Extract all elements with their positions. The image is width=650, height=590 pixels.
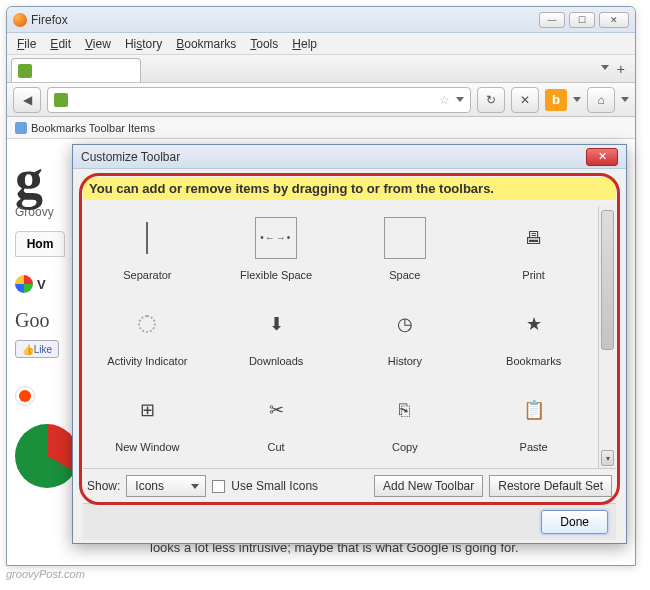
- item-label: Cut: [268, 441, 285, 453]
- item-history[interactable]: ◷ History: [341, 292, 470, 378]
- activity-indicator-icon: [126, 303, 168, 345]
- history-icon: ◷: [384, 303, 426, 345]
- toolbar-item-grid: Separator Flexible Space Space 🖶 Print A…: [83, 206, 598, 468]
- tabstrip: +: [7, 55, 635, 83]
- item-label: Space: [389, 269, 420, 281]
- item-label: Print: [522, 269, 545, 281]
- item-separator[interactable]: Separator: [83, 206, 212, 292]
- tablist-dropdown-icon[interactable]: [601, 65, 609, 70]
- scrollbar-thumb[interactable]: [601, 210, 614, 350]
- toolbar-overflow-icon[interactable]: [621, 97, 629, 102]
- maximize-button[interactable]: ☐: [569, 12, 595, 28]
- chrome-logo-icon: [15, 424, 79, 488]
- item-copy[interactable]: ⎘ Copy: [341, 378, 470, 464]
- show-select-value: Icons: [135, 479, 164, 493]
- menu-view[interactable]: View: [79, 35, 117, 53]
- show-label: Show:: [87, 479, 120, 493]
- watermark: groovyPost.com: [6, 568, 85, 580]
- menu-history[interactable]: History: [119, 35, 168, 53]
- site-icon: [18, 64, 32, 78]
- small-icons-label: Use Small Icons: [231, 479, 318, 493]
- reload-button[interactable]: ↻: [477, 87, 505, 113]
- stop-button[interactable]: ✕: [511, 87, 539, 113]
- dialog-body: You can add or remove items by dragging …: [73, 169, 626, 543]
- dialog-footer: Done: [83, 503, 616, 540]
- item-label: Downloads: [249, 355, 303, 367]
- customize-toolbar-dialog: Customize Toolbar ✕ You can add or remov…: [72, 144, 627, 544]
- restore-default-button[interactable]: Restore Default Set: [489, 475, 612, 497]
- search-engine-icon[interactable]: b: [545, 89, 567, 111]
- bookmarks-toolbar: Bookmarks Toolbar Items: [7, 117, 635, 139]
- nav-toolbar: ◀ ☆ ↻ ✕ b ⌂: [7, 83, 635, 117]
- item-label: Separator: [123, 269, 171, 281]
- print-icon: 🖶: [513, 217, 555, 259]
- dialog-close-button[interactable]: ✕: [586, 148, 618, 166]
- dialog-options-row: Show: Icons Use Small Icons Add New Tool…: [83, 468, 616, 503]
- windows7-icon: [15, 275, 33, 293]
- item-label: Bookmarks: [506, 355, 561, 367]
- home-button[interactable]: ⌂: [587, 87, 615, 113]
- win7-label: V: [37, 277, 46, 292]
- reddit-icon[interactable]: [15, 386, 35, 406]
- flexible-space-icon: [255, 217, 297, 259]
- menubar: File Edit View History Bookmarks Tools H…: [7, 33, 635, 55]
- menu-file[interactable]: File: [11, 35, 42, 53]
- firefox-icon: [13, 13, 27, 27]
- item-print[interactable]: 🖶 Print: [469, 206, 598, 292]
- nav-home-tab[interactable]: Hom: [15, 231, 65, 257]
- menu-edit[interactable]: Edit: [44, 35, 77, 53]
- window-controls: — ☐ ✕: [539, 12, 629, 28]
- urlbar-site-icon: [54, 93, 68, 107]
- new-tab-button[interactable]: +: [617, 61, 625, 77]
- bookmarks-toolbar-icon: [15, 122, 27, 134]
- dialog-instruction: You can add or remove items by dragging …: [83, 177, 616, 200]
- minimize-button[interactable]: —: [539, 12, 565, 28]
- item-activity-indicator[interactable]: Activity Indicator: [83, 292, 212, 378]
- bookmarks-icon: ★: [513, 303, 555, 345]
- bookmarks-toolbar-label: Bookmarks Toolbar Items: [31, 122, 155, 134]
- new-window-icon: ⊞: [126, 389, 168, 431]
- small-icons-checkbox[interactable]: [212, 480, 225, 493]
- copy-icon: ⎘: [384, 389, 426, 431]
- like-button[interactable]: 👍 Like: [15, 340, 59, 358]
- url-bar[interactable]: ☆: [47, 87, 471, 113]
- dialog-title-text: Customize Toolbar: [81, 150, 180, 164]
- item-label: Flexible Space: [240, 269, 312, 281]
- dialog-titlebar[interactable]: Customize Toolbar ✕: [73, 145, 626, 169]
- titlebar[interactable]: Firefox — ☐ ✕: [7, 7, 635, 33]
- urlbar-dropdown-icon[interactable]: [456, 97, 464, 102]
- paste-icon: 📋: [513, 389, 555, 431]
- bookmark-star-icon[interactable]: ☆: [439, 93, 450, 107]
- menu-help[interactable]: Help: [286, 35, 323, 53]
- tab-active[interactable]: [11, 58, 141, 82]
- item-new-window[interactable]: ⊞ New Window: [83, 378, 212, 464]
- item-label: New Window: [115, 441, 179, 453]
- search-dropdown-icon[interactable]: [573, 97, 581, 102]
- item-space[interactable]: Space: [341, 206, 470, 292]
- item-label: Activity Indicator: [107, 355, 187, 367]
- add-new-toolbar-button[interactable]: Add New Toolbar: [374, 475, 483, 497]
- item-downloads[interactable]: ⬇ Downloads: [212, 292, 341, 378]
- item-area: Separator Flexible Space Space 🖶 Print A…: [83, 206, 616, 468]
- menu-bookmarks[interactable]: Bookmarks: [170, 35, 242, 53]
- space-icon: [384, 217, 426, 259]
- item-label: History: [388, 355, 422, 367]
- done-button[interactable]: Done: [541, 510, 608, 534]
- item-label: Copy: [392, 441, 418, 453]
- app-title: Firefox: [13, 13, 68, 27]
- scrollbar[interactable]: ▾: [598, 206, 616, 468]
- close-button[interactable]: ✕: [599, 12, 629, 28]
- item-cut[interactable]: ✂ Cut: [212, 378, 341, 464]
- app-title-text: Firefox: [31, 13, 68, 27]
- back-button[interactable]: ◀: [13, 87, 41, 113]
- item-bookmarks[interactable]: ★ Bookmarks: [469, 292, 598, 378]
- downloads-icon: ⬇: [255, 303, 297, 345]
- separator-icon: [126, 217, 168, 259]
- menu-tools[interactable]: Tools: [244, 35, 284, 53]
- item-paste[interactable]: 📋 Paste: [469, 378, 598, 464]
- item-label: Paste: [520, 441, 548, 453]
- scrollbar-down-button[interactable]: ▾: [601, 450, 614, 466]
- item-flexible-space[interactable]: Flexible Space: [212, 206, 341, 292]
- show-select[interactable]: Icons: [126, 475, 206, 497]
- cut-icon: ✂: [255, 389, 297, 431]
